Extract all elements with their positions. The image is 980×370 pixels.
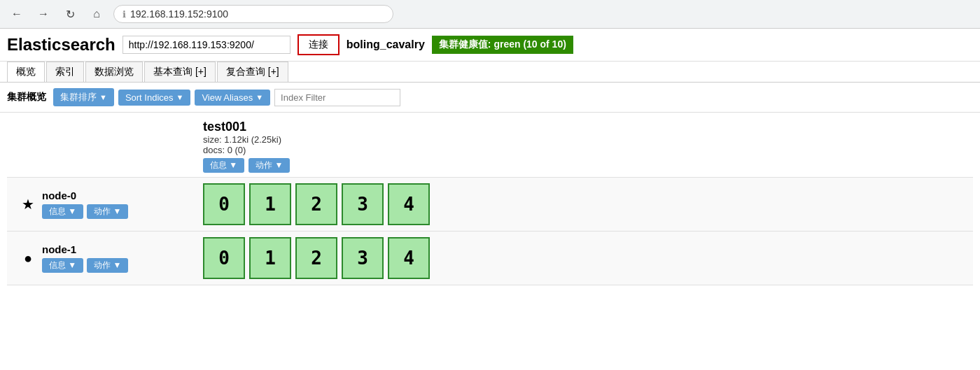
cluster-sort-button[interactable]: 集群排序 ▼: [53, 88, 114, 106]
node-icon: ●: [14, 250, 42, 266]
tab-index[interactable]: 索引: [46, 62, 84, 82]
info-icon: ℹ: [122, 9, 126, 20]
node-buttons: 信息 ▼动作 ▼: [42, 204, 196, 219]
node-row: ★node-0信息 ▼动作 ▼01234: [7, 177, 973, 231]
shard-box[interactable]: 3: [342, 237, 384, 279]
app-header: Elasticsearch 连接 boling_cavalry 集群健康值: g…: [0, 29, 980, 62]
back-button[interactable]: ←: [7, 4, 27, 24]
view-aliases-arrow-icon: ▼: [255, 93, 263, 101]
sort-indices-arrow-icon: ▼: [176, 93, 184, 101]
master-node-icon: ★: [14, 196, 42, 213]
view-aliases-label: View Aliases: [202, 92, 253, 103]
shard-box[interactable]: 3: [342, 183, 384, 225]
shard-box[interactable]: 0: [203, 183, 245, 225]
shard-box[interactable]: 2: [295, 183, 337, 225]
app-title: Elasticsearch: [7, 35, 115, 55]
node-buttons: 信息 ▼动作 ▼: [42, 258, 196, 273]
shard-box[interactable]: 4: [388, 237, 430, 279]
section-label: 集群概览: [7, 91, 46, 104]
nav-tabs: 概览 索引 数据浏览 基本查询 [+] 复合查询 [+]: [0, 62, 980, 83]
toolbar: 集群概览 集群排序 ▼ Sort Indices ▼ View Aliases …: [0, 83, 980, 113]
shard-container: 01234: [203, 183, 430, 225]
cluster-sort-label: 集群排序: [60, 91, 97, 104]
node-info-button[interactable]: 信息 ▼: [42, 258, 83, 273]
index-header: test001 size: 1.12ki (2.25ki) docs: 0 (0…: [203, 120, 973, 173]
node-action-button[interactable]: 动作 ▼: [87, 204, 128, 219]
shard-container: 01234: [203, 237, 430, 279]
node-row: ●node-1信息 ▼动作 ▼01234: [7, 231, 973, 285]
reload-button[interactable]: ↻: [60, 4, 80, 24]
index-info-button[interactable]: 信息 ▼: [203, 158, 244, 173]
index-filter-input[interactable]: [274, 89, 400, 106]
node-info: node-1信息 ▼动作 ▼: [42, 243, 196, 273]
node-name: node-1: [42, 243, 196, 255]
browser-chrome: ← → ↻ ⌂ ℹ 192.168.119.152:9100: [0, 0, 980, 29]
tab-data-browse[interactable]: 数据浏览: [85, 62, 143, 82]
shard-box[interactable]: 2: [295, 237, 337, 279]
tab-overview[interactable]: 概览: [7, 62, 45, 82]
shard-box[interactable]: 0: [203, 237, 245, 279]
shard-box[interactable]: 1: [249, 237, 291, 279]
index-name: test001: [203, 120, 973, 134]
forward-button[interactable]: →: [34, 4, 53, 24]
tab-basic-query[interactable]: 基本查询 [+]: [144, 62, 216, 82]
index-actions: 信息 ▼ 动作 ▼: [203, 158, 973, 173]
home-button[interactable]: ⌂: [87, 4, 106, 24]
address-text: 192.168.119.152:9100: [130, 8, 228, 20]
shard-box[interactable]: 4: [388, 183, 430, 225]
node-info-button[interactable]: 信息 ▼: [42, 204, 83, 219]
url-input[interactable]: [122, 36, 290, 54]
cluster-sort-arrow-icon: ▼: [99, 93, 107, 101]
view-aliases-button[interactable]: View Aliases ▼: [195, 90, 270, 106]
index-docs: docs: 0 (0): [203, 145, 973, 155]
node-list: ★node-0信息 ▼动作 ▼01234●node-1信息 ▼动作 ▼01234: [7, 177, 973, 285]
node-action-button[interactable]: 动作 ▼: [87, 258, 128, 273]
shard-box[interactable]: 1: [249, 183, 291, 225]
sort-indices-button[interactable]: Sort Indices ▼: [118, 90, 191, 106]
node-info: node-0信息 ▼动作 ▼: [42, 190, 196, 219]
main-content: test001 size: 1.12ki (2.25ki) docs: 0 (0…: [0, 113, 980, 292]
sort-indices-label: Sort Indices: [125, 92, 174, 103]
connect-button[interactable]: 连接: [298, 34, 340, 55]
index-action-button[interactable]: 动作 ▼: [248, 158, 290, 173]
index-size: size: 1.12ki (2.25ki): [203, 134, 973, 145]
node-name: node-0: [42, 190, 196, 201]
cluster-health: 集群健康值: green (10 of 10): [432, 36, 573, 54]
tab-complex-query[interactable]: 复合查询 [+]: [217, 62, 288, 82]
address-bar: ℹ 192.168.119.152:9100: [113, 5, 393, 23]
cluster-name: boling_cavalry: [346, 38, 425, 51]
